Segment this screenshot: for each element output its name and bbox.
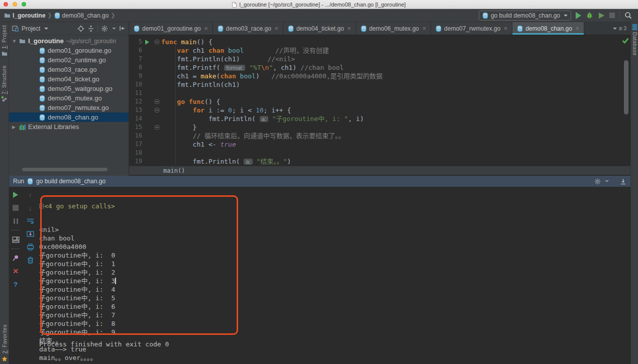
code-line-18[interactable]: 18 [129, 149, 630, 157]
fold-icon[interactable] [155, 125, 159, 130]
close-tab-icon[interactable]: × [275, 25, 278, 32]
gear-icon[interactable] [594, 178, 601, 185]
project-root-row[interactable]: ▼ l_goroutine ~/go/src/l_goroutin [9, 36, 129, 46]
gear-icon[interactable] [101, 25, 108, 32]
project-file-demo07_rwmutex.go[interactable]: demo07_rwmutex.go [9, 103, 129, 112]
run-line-icon[interactable] [145, 40, 149, 45]
tool-window-tab-database[interactable]: Database [631, 24, 638, 56]
stop-button[interactable] [12, 204, 20, 212]
run-console[interactable]: <4 go setup calls> <nil>chan bool0xc0000… [39, 187, 630, 364]
expand-icon[interactable] [39, 204, 44, 208]
project-file-demo05_waitgroup.go[interactable]: demo05_waitgroup.go [9, 84, 129, 93]
code-line-12[interactable]: 12 go func() { [129, 97, 630, 106]
search-everywhere-icon[interactable] [624, 12, 632, 19]
code-line-15[interactable]: 15 } [129, 123, 630, 132]
editor-scrollbar[interactable] [624, 60, 628, 114]
code-line-17[interactable]: 17 ch1 <- true [129, 140, 630, 149]
hide-tool-window-icon[interactable] [620, 178, 626, 185]
chevron-down-icon[interactable] [44, 28, 48, 30]
help-icon[interactable]: ? [12, 280, 20, 288]
locate-file-icon[interactable] [77, 25, 84, 32]
stop-button[interactable] [609, 13, 615, 18]
rerun-button[interactable] [12, 191, 20, 199]
fold-icon[interactable] [155, 99, 159, 104]
project-file-demo03_race.go[interactable]: demo03_race.go [9, 65, 129, 74]
console-line: 子goroutine中, i: 3 [39, 277, 630, 285]
soft-wrap-icon[interactable] [26, 217, 34, 225]
indent-guide [175, 46, 176, 164]
close-icon[interactable]: ✕ [12, 267, 20, 275]
code-line-6[interactable]: 6 var ch1 chan bool //声明，没有创建 [129, 46, 630, 55]
run-button[interactable] [576, 12, 581, 19]
project-panel-header: Project [9, 22, 129, 35]
code-text: fmt.Println(ch1) //<nil> [161, 55, 295, 63]
fold-icon[interactable] [155, 40, 159, 44]
chevron-down-icon[interactable] [605, 180, 609, 182]
close-tab-icon[interactable]: × [576, 25, 579, 32]
tool-window-tab-favorites[interactable]: 2: Favorites [0, 324, 9, 362]
code-line-5[interactable]: 5func main() { [129, 38, 630, 46]
chevron-down-icon[interactable] [112, 28, 116, 30]
run-with-coverage-button[interactable] [598, 12, 605, 19]
run-configuration-select[interactable]: go build demo08_chan.go [479, 11, 571, 21]
project-file-demo02_runtime.go[interactable]: demo02_runtime.go [9, 55, 129, 65]
editor-tab-demo01_goroutine.go[interactable]: demo01_goroutine.go× [129, 22, 213, 35]
horizontal-scrollbar[interactable] [22, 168, 108, 171]
run-panel-title[interactable]: Run [13, 178, 24, 185]
tool-window-tab-project[interactable]: 1: Project [0, 25, 9, 56]
code-line-16[interactable]: 16 // 循环结束后，向通道中写数据，表示要结束了。。 [129, 132, 630, 140]
code-line-10[interactable]: 10 fmt.Println(ch1) [129, 80, 630, 89]
tool-window-tab-structure[interactable]: 7: Structure [0, 65, 9, 102]
show-console-layout-icon[interactable] [12, 235, 20, 244]
chevron-expanded-icon[interactable]: ▼ [12, 39, 17, 44]
hide-panel-icon[interactable] [119, 25, 126, 32]
editor-tab-demo04_ticket.go[interactable]: demo04_ticket.go× [283, 22, 356, 35]
close-tab-icon[interactable]: × [204, 25, 208, 32]
code-line-13[interactable]: 13 for i := 0; i < 10; i++ { [129, 106, 630, 114]
code-line-9[interactable]: 9 ch1 = make(chan bool) //0xc0000a4000,是… [129, 72, 630, 80]
editor-tab-demo03_race.go[interactable]: demo03_race.go× [213, 22, 283, 35]
hidden-tabs-button[interactable]: ≡ 3 [612, 22, 630, 35]
code-line-11[interactable]: 11 [129, 89, 630, 97]
inspections-ok-icon[interactable] [622, 38, 629, 44]
code-text: func main() { [161, 38, 212, 46]
editor-tab-demo08_chan.go[interactable]: demo08_chan.go× [512, 22, 584, 35]
pin-tab-icon[interactable] [12, 254, 20, 262]
project-panel-title[interactable]: Project [22, 25, 40, 32]
gutter [142, 106, 152, 114]
external-libraries-row[interactable]: ▶ External Libraries [9, 122, 129, 132]
close-tab-icon[interactable]: × [504, 25, 507, 32]
console-setup-line[interactable]: <4 go setup calls> [39, 202, 630, 210]
code-line-7[interactable]: 7 fmt.Println(ch1) //<nil> [129, 55, 630, 63]
structure-tool-icon [2, 96, 7, 102]
project-file-demo04_ticket.go[interactable]: demo04_ticket.go [9, 74, 129, 84]
console-line: 子goroutine中, i: 6 [39, 302, 630, 311]
pause-output-button[interactable] [12, 217, 20, 225]
editor-tab-demo06_mutex.go[interactable]: demo06_mutex.go× [356, 22, 431, 35]
collapse-all-icon[interactable] [87, 25, 94, 32]
code-line-14[interactable]: 14 fmt.Println( a: "子goroutine中, i: ", i… [129, 114, 630, 123]
clear-all-icon[interactable] [26, 256, 34, 264]
breadcrumb-project[interactable]: l_goroutine [13, 12, 45, 19]
editor-breadcrumb-item[interactable]: main() [163, 167, 185, 174]
prev-occurrence-icon[interactable]: ↑ [26, 191, 34, 199]
close-tab-icon[interactable]: × [422, 25, 426, 32]
code-line-8[interactable]: 8 fmt.Printf( format: "%T\n", ch1) //cha… [129, 63, 630, 72]
breadcrumb-file[interactable]: demo08_chan.go [62, 12, 109, 19]
fold-icon[interactable] [155, 108, 159, 112]
go-file-icon [39, 104, 45, 111]
close-tab-icon[interactable]: × [348, 25, 351, 32]
project-file-demo01_goroutine.go[interactable]: demo01_goroutine.go [9, 46, 129, 55]
code-editor[interactable]: 5func main() {6 var ch1 chan bool //声明，没… [129, 35, 630, 166]
scroll-to-end-icon[interactable] [26, 230, 34, 238]
print-icon[interactable] [26, 243, 34, 251]
editor-tab-demo07_rwmutex.go[interactable]: demo07_rwmutex.go× [431, 22, 512, 35]
project-file-demo06_mutex.go[interactable]: demo06_mutex.go [9, 93, 129, 103]
next-occurrence-icon[interactable]: ↓ [26, 204, 34, 212]
line-number: 6 [129, 46, 142, 55]
project-file-demo08_chan.go[interactable]: demo08_chan.go [9, 112, 129, 122]
chevron-collapsed-icon[interactable]: ▶ [12, 125, 17, 130]
chevron-down-icon [564, 15, 568, 17]
code-line-19[interactable]: 19 fmt.Println( a: "结束。。") [129, 157, 630, 166]
debug-button[interactable] [586, 12, 593, 19]
